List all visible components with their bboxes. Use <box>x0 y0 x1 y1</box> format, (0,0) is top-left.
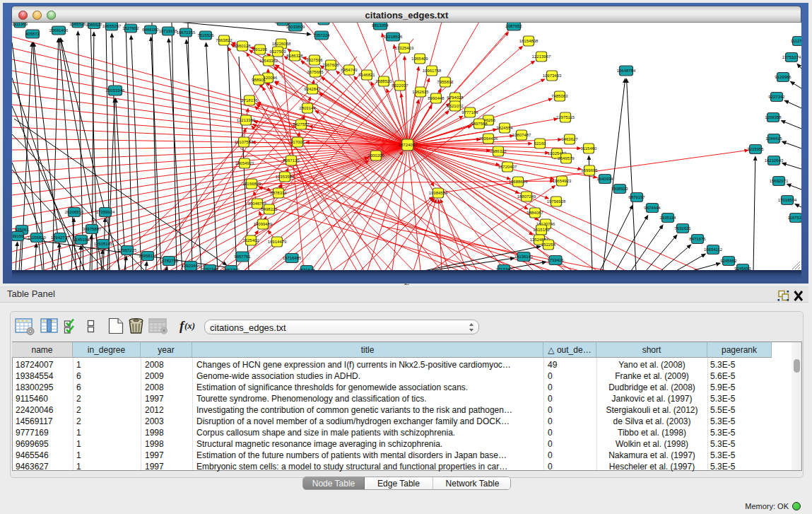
svg-text:(x): (x) <box>184 320 195 331</box>
svg-text:19654923: 19654923 <box>553 179 572 183</box>
svg-text:1615152: 1615152 <box>533 228 550 232</box>
svg-text:1167533: 1167533 <box>788 216 801 220</box>
svg-text:1640934: 1640934 <box>596 177 613 181</box>
svg-text:6497568: 6497568 <box>471 122 488 126</box>
svg-text:1244415: 1244415 <box>765 136 782 141</box>
svg-text:10719155: 10719155 <box>159 29 178 33</box>
svg-text:417006: 417006 <box>290 140 305 144</box>
svg-text:2803144: 2803144 <box>299 106 316 110</box>
svg-text:252254: 252254 <box>541 243 556 247</box>
svg-text:8267130: 8267130 <box>283 158 300 163</box>
svg-text:9245653: 9245653 <box>734 267 751 270</box>
svg-text:7663822: 7663822 <box>216 38 233 42</box>
svg-text:12505185: 12505185 <box>94 242 113 246</box>
svg-text:1362615: 1362615 <box>412 90 429 94</box>
svg-text:2649579: 2649579 <box>558 156 575 160</box>
svg-text:9129966: 9129966 <box>775 75 792 79</box>
svg-text:8878334: 8878334 <box>270 191 287 195</box>
svg-text:9474444: 9474444 <box>644 206 661 210</box>
svg-text:10688609: 10688609 <box>509 180 528 184</box>
svg-text:1527602: 1527602 <box>122 26 139 30</box>
svg-text:16648784: 16648784 <box>617 69 636 73</box>
svg-text:15720407: 15720407 <box>498 165 517 169</box>
svg-text:10807487: 10807487 <box>512 133 531 137</box>
svg-text:20691406: 20691406 <box>49 28 69 33</box>
svg-text:1903379: 1903379 <box>315 23 332 23</box>
svg-text:19218506: 19218506 <box>384 35 403 39</box>
svg-text:9327503: 9327503 <box>269 49 286 54</box>
svg-text:9146821: 9146821 <box>358 73 375 77</box>
svg-text:9227342: 9227342 <box>768 95 785 99</box>
svg-text:16914479: 16914479 <box>268 240 287 244</box>
svg-text:9884067: 9884067 <box>526 211 543 215</box>
svg-text:13751074: 13751074 <box>782 55 801 59</box>
svg-text:7955812: 7955812 <box>437 80 454 84</box>
svg-text:1292347: 1292347 <box>201 267 218 270</box>
svg-text:13325419: 13325419 <box>395 46 414 50</box>
svg-text:1733426: 1733426 <box>547 258 564 262</box>
svg-text:19384554: 19384554 <box>429 191 448 195</box>
svg-text:9699695: 9699695 <box>581 168 598 173</box>
svg-text:17359924: 17359924 <box>96 210 115 214</box>
svg-text:8454749: 8454749 <box>341 68 358 72</box>
svg-text:12975115: 12975115 <box>556 115 575 119</box>
svg-text:18724007: 18724007 <box>399 143 418 147</box>
svg-text:8322037: 8322037 <box>392 83 408 88</box>
svg-text:5938923: 5938923 <box>611 187 628 191</box>
svg-text:3675685: 3675685 <box>307 70 324 74</box>
svg-text:891295: 891295 <box>253 47 268 52</box>
svg-text:9463627: 9463627 <box>561 137 578 141</box>
svg-text:10961758: 10961758 <box>423 69 442 73</box>
svg-text:10973493: 10973493 <box>543 74 562 78</box>
svg-text:1571648: 1571648 <box>298 268 315 270</box>
svg-text:7632621: 7632621 <box>674 226 691 230</box>
svg-text:6466160: 6466160 <box>142 28 159 32</box>
svg-text:1209358: 1209358 <box>765 115 782 119</box>
svg-text:7625402: 7625402 <box>242 238 259 243</box>
svg-text:39159: 39159 <box>12 234 24 238</box>
svg-text:30975887: 30975887 <box>83 227 102 231</box>
svg-text:1065527: 1065527 <box>86 23 102 27</box>
svg-text:8471676: 8471676 <box>689 237 706 241</box>
svg-text:3624554: 3624554 <box>496 126 513 130</box>
svg-text:9657792: 9657792 <box>223 268 240 270</box>
svg-text:2087652: 2087652 <box>505 24 522 28</box>
svg-text:20053346: 20053346 <box>106 88 125 93</box>
svg-text:19756928: 19756928 <box>547 199 566 204</box>
svg-text:9327506: 9327506 <box>306 58 323 62</box>
svg-text:8427552: 8427552 <box>293 122 310 127</box>
svg-text:14136141: 14136141 <box>514 255 534 259</box>
svg-text:405572: 405572 <box>25 32 40 36</box>
svg-text:5498222: 5498222 <box>261 207 278 211</box>
svg-text:12942737: 12942737 <box>51 235 70 240</box>
svg-text:2300205: 2300205 <box>367 153 384 158</box>
svg-text:15716485: 15716485 <box>283 256 302 260</box>
svg-text:7485063: 7485063 <box>551 94 568 98</box>
svg-text:18226058: 18226058 <box>272 42 291 46</box>
svg-text:988901: 988901 <box>252 78 266 82</box>
svg-text:19654923: 19654923 <box>235 161 254 165</box>
svg-text:20206516: 20206516 <box>65 210 84 214</box>
svg-text:1112753: 1112753 <box>791 39 801 43</box>
svg-text:10543362: 10543362 <box>259 59 278 63</box>
svg-text:6879197: 6879197 <box>628 195 645 199</box>
svg-text:9777169: 9777169 <box>461 110 478 115</box>
svg-text:17016504: 17016504 <box>778 198 797 202</box>
svg-text:2367608: 2367608 <box>322 63 339 67</box>
svg-text:1365409: 1365409 <box>411 57 428 61</box>
svg-text:16671355: 16671355 <box>177 30 196 35</box>
svg-text:20364436: 20364436 <box>479 136 498 141</box>
svg-text:10655267: 10655267 <box>102 24 122 28</box>
svg-text:1588520: 1588520 <box>375 79 392 83</box>
svg-text:2935114: 2935114 <box>660 216 677 220</box>
svg-text:9657791: 9657791 <box>234 255 251 259</box>
svg-text:9245652: 9245652 <box>720 259 737 263</box>
svg-text:7986322: 7986322 <box>490 149 507 153</box>
svg-text:9242843: 9242843 <box>304 87 321 91</box>
svg-text:12213369: 12213369 <box>237 118 256 122</box>
svg-text:11156829: 11156829 <box>28 235 46 240</box>
svg-text:16782759: 16782759 <box>160 259 179 263</box>
svg-text:1065526: 1065526 <box>69 23 86 26</box>
svg-text:1145194: 1145194 <box>73 238 90 242</box>
svg-text:7515526: 7515526 <box>197 33 214 37</box>
